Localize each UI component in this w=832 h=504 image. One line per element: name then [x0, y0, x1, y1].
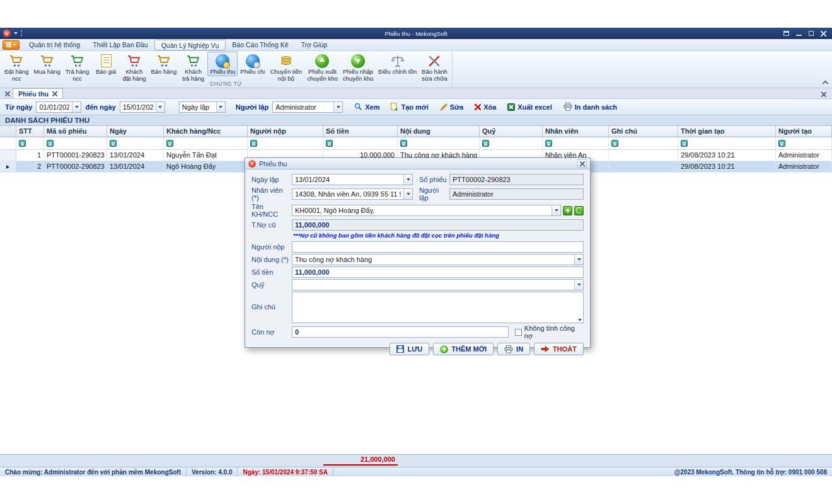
close-button[interactable] — [821, 31, 826, 37]
column-header-ghi-chu[interactable]: Ghi chú — [609, 126, 678, 137]
column-header-stt[interactable]: STT — [16, 126, 44, 137]
dialog-title-bar[interactable]: V Phiếu thu — [245, 158, 590, 169]
ribbon-item-dieu-chinh-ton[interactable]: Điều chỉnh tồn — [376, 52, 419, 76]
column-header-thoi-gian-tao[interactable]: Thời gian tạo — [678, 126, 776, 137]
export-excel-button[interactable]: Xuất excel — [504, 102, 555, 112]
ribbon-item-phieu-thu[interactable]: Phiếu thu — [207, 52, 238, 76]
tabstrip-close-right-icon[interactable] — [819, 90, 829, 99]
khong-tinh-cong-no-checkbox[interactable] — [515, 329, 522, 336]
dialog-close-button[interactable] — [577, 159, 587, 168]
filter-icon[interactable] — [681, 140, 688, 147]
dropdown-arrow-icon[interactable] — [216, 102, 225, 112]
exit-button[interactable]: THOÁT — [534, 343, 584, 355]
dropdown-arrow-icon[interactable] — [403, 189, 412, 199]
so-tien-input[interactable]: 11,000,000 — [292, 266, 584, 278]
ribbon-item-khach-dat-hang[interactable]: Khách đặt hàng — [120, 52, 149, 83]
filter-icon[interactable] — [166, 140, 173, 147]
ribbon-item-phieu-xuat-chuyen-kho[interactable]: Phiếu xuất chuyển kho — [304, 52, 340, 83]
dropdown-arrow-icon[interactable] — [403, 175, 412, 185]
noi-dung-select[interactable]: Thu công nợ khách hàng — [292, 254, 584, 265]
filter-icon[interactable] — [47, 140, 54, 147]
dropdown-arrow-icon[interactable] — [552, 205, 560, 215]
add-customer-button[interactable] — [563, 206, 572, 215]
filter-field-select[interactable]: Ngày lập — [179, 101, 226, 113]
menu-tab-quan-ly-nghiep-vu[interactable]: Quản Lý Nghiệp Vụ — [154, 40, 226, 50]
menu-tab-quan-tri-he-thong[interactable]: Quản trị hệ thống — [23, 40, 86, 50]
layout-icon[interactable] — [783, 31, 789, 36]
view-button[interactable]: Xem — [350, 101, 383, 112]
creator-select[interactable]: Administrator — [272, 101, 343, 113]
dropdown-arrow-icon[interactable] — [574, 255, 583, 265]
app-logo-icon[interactable]: V — [3, 30, 11, 37]
dropdown-arrow-icon[interactable] — [574, 280, 583, 290]
column-header-khach-hang[interactable]: Khách hàng/Ncc — [164, 126, 248, 137]
tab-phieu-thu[interactable]: Phiếu thu — [13, 88, 63, 98]
filter-icon[interactable] — [778, 140, 785, 147]
print-button[interactable]: IN — [497, 343, 530, 355]
print-list-button[interactable]: In danh sách — [560, 101, 621, 112]
create-new-button[interactable]: Tạo mới — [387, 101, 432, 112]
save-button[interactable]: LƯU — [390, 343, 429, 355]
column-header-nguoi-nop[interactable]: Người nộp — [248, 126, 323, 137]
menu-tab-thiet-lap-ban-dau[interactable]: Thiết Lập Ban Đầu — [86, 40, 154, 50]
filter-cell[interactable] — [543, 137, 609, 150]
filter-cell[interactable] — [609, 137, 678, 150]
filter-icon[interactable] — [482, 140, 489, 147]
filter-icon[interactable] — [19, 140, 26, 147]
ribbon-item-ban-hang[interactable]: Bán hàng — [149, 52, 180, 76]
column-header-quy[interactable]: Quỹ — [480, 126, 543, 137]
filter-cell[interactable] — [398, 137, 480, 150]
column-header-ma-so-phieu[interactable]: Mã số phiếu — [44, 126, 107, 137]
filter-cell[interactable] — [248, 137, 323, 150]
filter-cell[interactable] — [678, 137, 776, 150]
filter-cell[interactable] — [164, 137, 248, 150]
ribbon-item-mua-hang[interactable]: Mua hàng — [32, 52, 63, 76]
ribbon-item-bao-hanh-sua-chua[interactable]: Bảo hành sửa chữa — [419, 52, 450, 83]
filter-icon[interactable] — [250, 140, 257, 147]
dropdown-arrow-icon[interactable] — [156, 102, 165, 112]
menu-tab-bao-cao-thong-ke[interactable]: Báo Cáo Thống Kê — [226, 40, 294, 50]
filter-cell[interactable] — [0, 137, 16, 150]
filter-icon[interactable] — [400, 140, 407, 147]
from-date-input[interactable]: 01/01/2024 — [36, 101, 81, 113]
ribbon-item-tra-hang-ncc[interactable]: Trả hàng ncc — [63, 52, 92, 83]
edit-button[interactable]: Sửa — [436, 102, 467, 112]
column-header-nguoi-tao[interactable]: Người tạo — [776, 126, 832, 137]
minimize-button[interactable] — [796, 32, 802, 36]
filter-cell[interactable] — [776, 137, 832, 150]
delete-button[interactable]: Xóa — [471, 102, 500, 112]
menu-tab-tro-giup[interactable]: Trợ Giúp — [294, 40, 333, 50]
add-new-button[interactable]: THÊM MỚI — [433, 343, 494, 355]
quy-select[interactable] — [292, 279, 584, 290]
filter-icon[interactable] — [326, 140, 333, 147]
filter-cell[interactable] — [44, 137, 107, 150]
ten-kh-ncc-select[interactable]: KH0001, Ngô Hoàng Đẩy, — [292, 205, 561, 216]
column-header-nhan-vien[interactable]: Nhân viên — [543, 126, 609, 137]
dropdown-arrow-icon[interactable] — [333, 102, 342, 112]
filter-cell[interactable] — [323, 137, 398, 150]
ghi-chu-textarea[interactable] — [292, 292, 584, 323]
ribbon-item-bao-gia[interactable]: Báo giá — [92, 52, 120, 76]
nhan-vien-select[interactable]: 14308, Nhân viên An, 0939 55 11 90 — [292, 188, 413, 200]
row-selector-cell[interactable] — [0, 150, 16, 161]
ribbon-collapse-icon[interactable] — [823, 81, 829, 87]
chevron-down-icon[interactable] — [14, 32, 18, 35]
tab-close-icon[interactable] — [52, 91, 57, 96]
to-date-input[interactable]: 15/01/2024 — [120, 101, 165, 113]
filter-cell[interactable] — [480, 137, 543, 150]
maximize-button[interactable] — [809, 31, 814, 36]
column-header-so-tien[interactable]: Số tiền — [323, 126, 398, 137]
dropdown-arrow-icon[interactable] — [72, 102, 81, 112]
app-menu-button[interactable] — [3, 40, 20, 50]
filter-icon[interactable] — [110, 140, 117, 147]
ribbon-item-chuyen-tien-noi-bo[interactable]: Chuyển tiền nội bộ — [267, 52, 304, 83]
filter-icon[interactable] — [545, 140, 552, 147]
row-selector-cell[interactable] — [0, 161, 16, 173]
filter-icon[interactable] — [611, 140, 618, 147]
filter-cell[interactable] — [16, 137, 44, 150]
ribbon-item-dat-hang-ncc[interactable]: Đặt hàng ncc — [2, 52, 32, 83]
ngay-lap-input[interactable]: 13/01/2024 — [292, 174, 413, 185]
column-header-noi-dung[interactable]: Nội dung — [398, 126, 480, 137]
ribbon-item-phieu-nhap-chuyen-kho[interactable]: Phiếu nhập chuyển kho — [340, 52, 376, 83]
nguoi-nop-input[interactable] — [292, 241, 584, 253]
